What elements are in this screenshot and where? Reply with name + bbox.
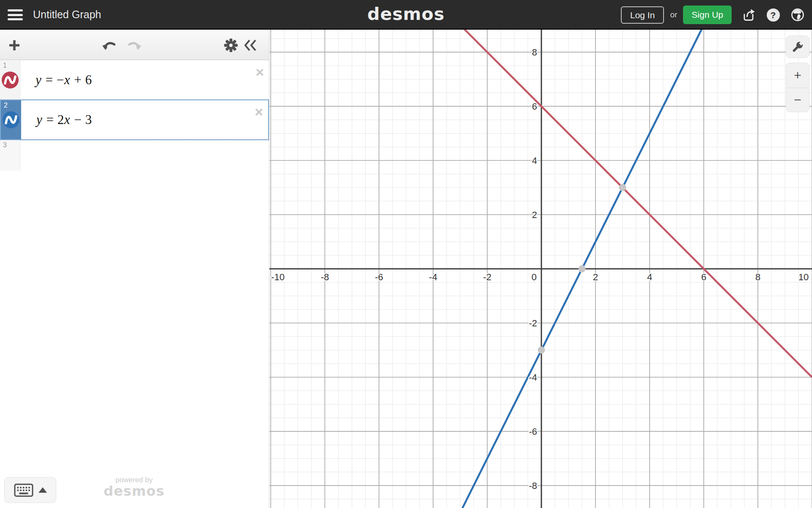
- svg-text:6: 6: [701, 272, 706, 282]
- add-expression-button[interactable]: [7, 38, 22, 53]
- globe-language-icon[interactable]: [790, 7, 805, 22]
- graph-paper[interactable]: -10-8-6-4-22468108642-2-4-6-80: [269, 30, 812, 508]
- expression-1-latex: y = −x + 6: [36, 72, 92, 88]
- sign-up-button[interactable]: Sign Up: [683, 6, 732, 24]
- expression-2-latex: y = 2x − 3: [36, 112, 92, 127]
- svg-text:-6: -6: [529, 426, 538, 437]
- zoom-controls: + −: [786, 63, 809, 112]
- svg-text:-4: -4: [529, 372, 538, 383]
- graph-point[interactable]: [619, 184, 626, 191]
- curve-color-icon: [2, 72, 19, 88]
- help-icon[interactable]: ?: [765, 7, 781, 22]
- svg-text:8: 8: [755, 272, 760, 282]
- redo-icon[interactable]: [126, 38, 141, 53]
- watermark-desmos: desmos: [100, 484, 168, 498]
- collapse-panel-icon[interactable]: [243, 38, 258, 53]
- curve-color-icon: [3, 111, 19, 128]
- expression-3-gutter[interactable]: 3: [0, 140, 20, 171]
- zoom-out-button[interactable]: −: [786, 88, 809, 112]
- expression-row-2-selected[interactable]: 2 y = 2x − 3 ×: [0, 99, 269, 140]
- expression-row-1[interactable]: 1 y = −x + 6 ×: [0, 61, 269, 99]
- expression-row-3-empty[interactable]: 3: [0, 140, 269, 171]
- svg-text:4: 4: [532, 155, 537, 166]
- expression-list: 1 y = −x + 6 × 2: [0, 61, 269, 171]
- svg-text:6: 6: [532, 101, 537, 112]
- close-icon[interactable]: ×: [255, 105, 263, 119]
- show-keyboard-button[interactable]: [4, 477, 56, 503]
- svg-text:-8: -8: [529, 480, 538, 491]
- graph-point[interactable]: [538, 346, 545, 353]
- watermark-powered-by: powered by: [100, 476, 168, 484]
- expression-index: 2: [4, 102, 8, 109]
- graph-settings-wrench-button[interactable]: [786, 36, 809, 58]
- expression-index: 1: [3, 62, 7, 69]
- log-in-button[interactable]: Log In: [621, 6, 664, 24]
- share-icon[interactable]: [741, 7, 756, 22]
- header: Untitled Graph desmos Log In or Sign Up …: [0, 0, 812, 30]
- svg-text:10: 10: [798, 272, 809, 282]
- svg-text:-8: -8: [321, 272, 329, 282]
- expression-2-input[interactable]: y = 2x − 3 ×: [21, 100, 268, 139]
- svg-text:-4: -4: [429, 272, 437, 282]
- expression-panel: 1 y = −x + 6 × 2: [0, 30, 269, 508]
- svg-text:-2: -2: [529, 318, 538, 329]
- zoom-in-button[interactable]: +: [786, 63, 809, 88]
- expression-3-input[interactable]: [20, 140, 269, 171]
- or-label: or: [670, 10, 677, 19]
- expression-toolbar: [0, 30, 269, 60]
- svg-text:-2: -2: [483, 272, 491, 282]
- undo-icon[interactable]: [102, 38, 118, 53]
- svg-text:-10: -10: [271, 272, 285, 282]
- svg-text:2: 2: [593, 272, 598, 282]
- expression-2-gutter[interactable]: 2: [1, 100, 21, 139]
- expression-1-gutter[interactable]: 1: [0, 61, 20, 99]
- graph-point[interactable]: [579, 265, 586, 273]
- header-actions: Log In or Sign Up ?: [621, 0, 805, 30]
- desmos-watermark: powered by desmos: [100, 476, 168, 498]
- desmos-app: Untitled Graph desmos Log In or Sign Up …: [0, 0, 812, 508]
- wrench-icon: [790, 40, 805, 54]
- keyboard-icon: [14, 483, 33, 497]
- close-icon[interactable]: ×: [255, 65, 264, 79]
- svg-text:8: 8: [532, 47, 537, 58]
- gear-icon[interactable]: [223, 38, 239, 53]
- svg-text:0: 0: [532, 272, 537, 282]
- expression-index: 3: [3, 141, 7, 149]
- svg-text:-6: -6: [375, 272, 383, 282]
- expression-1-input[interactable]: y = −x + 6 ×: [20, 61, 269, 99]
- keyboard-open-arrow-icon: [38, 487, 47, 493]
- svg-text:2: 2: [532, 210, 537, 220]
- svg-text:4: 4: [647, 272, 652, 282]
